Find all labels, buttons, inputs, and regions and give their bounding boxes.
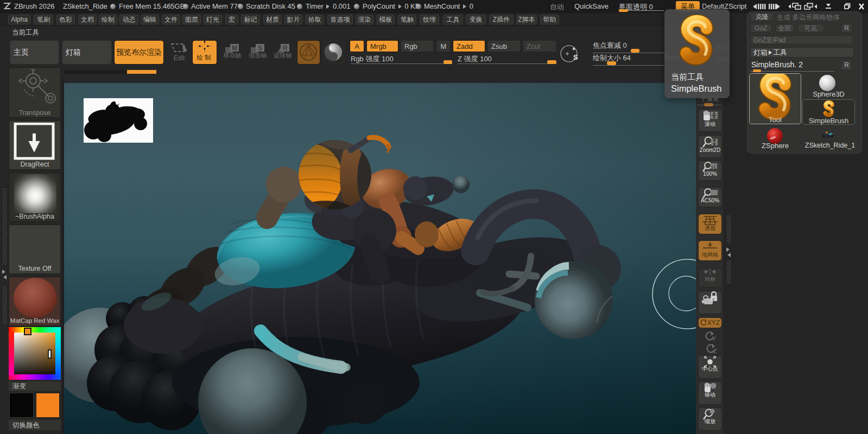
svg-text:c: c <box>713 297 715 302</box>
svg-text:x1: x1 <box>711 164 716 169</box>
svg-text:Z: Z <box>713 348 717 354</box>
svg-text:M: M <box>232 44 237 52</box>
svg-text:S: S <box>258 44 262 52</box>
svg-text:R: R <box>283 44 288 52</box>
svg-text:S: S <box>573 53 578 61</box>
svg-text:Y: Y <box>712 335 717 342</box>
